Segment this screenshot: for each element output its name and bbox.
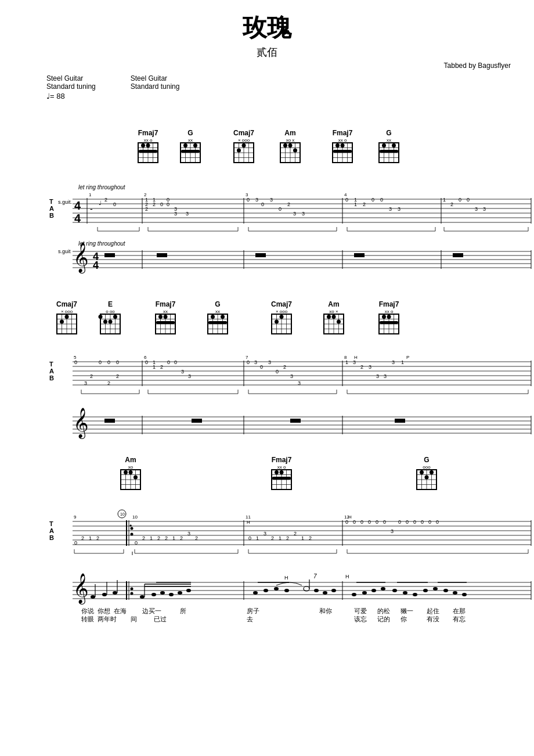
svg-point-68 [392,143,396,147]
svg-text:xx: xx [215,309,220,314]
svg-text:B: B [49,375,54,381]
svg-text:2: 2 [287,201,290,207]
svg-text:3: 3 [389,206,392,212]
svg-rect-162 [354,253,365,257]
svg-text:0: 0 [353,519,356,525]
svg-text:0: 0 [345,197,348,203]
svg-rect-246 [380,321,398,324]
instrument-2: Steel Guitar Standard tuning [131,74,180,91]
svg-text:Fmaj7: Fmaj7 [272,456,292,464]
svg-point-209 [211,315,215,319]
svg-text:2: 2 [363,201,366,207]
svg-text:xx   o: xx o [144,138,153,143]
svg-text:A: A [49,205,54,212]
svg-text:0: 0 [113,201,116,207]
std-notation-2: 𝄞 [73,408,531,440]
svg-point-221 [275,320,279,324]
svg-text:3: 3 [290,373,293,379]
svg-text:记的: 记的 [377,615,390,622]
svg-text:4: 4 [74,212,81,225]
svg-text:G: G [187,129,193,137]
svg-text:xo  ×: xo × [329,309,338,314]
svg-point-43 [283,143,287,147]
svg-text:𝄞: 𝄞 [73,573,89,605]
svg-text:1: 1 [150,535,153,541]
svg-text:Cmaj7: Cmaj7 [271,300,292,308]
svg-text:边买一: 边买一 [142,607,161,614]
svg-text:0: 0 [248,535,251,541]
svg-text:0: 0 [383,519,386,525]
instrument-info: Steel Guitar Standard tuning Steel Guita… [46,74,511,91]
svg-text:H: H [345,574,349,579]
svg-point-454 [178,591,182,595]
svg-point-197 [158,315,163,319]
svg-text:3: 3 [475,206,478,212]
svg-text:3: 3 [302,211,305,217]
svg-point-185 [103,320,107,324]
svg-point-475 [362,591,367,595]
svg-text:在海: 在海 [114,607,127,614]
svg-text:3: 3 [186,211,189,217]
svg-point-210 [221,315,225,319]
svg-text:0: 0 [398,519,401,525]
row3-chords: Am xo Fmaj7 xx o [121,456,436,489]
svg-point-445 [102,593,107,596]
svg-text:Am: Am [284,129,295,137]
svg-point-443 [91,595,95,599]
row2-chords: Cmaj7 × ooo E o oo [56,300,399,334]
svg-text:xx  o: xx o [277,465,286,470]
svg-text:1: 1 [354,201,357,207]
svg-text:3: 3 [353,359,356,365]
svg-text:0: 0 [406,519,409,525]
svg-point-198 [164,315,168,319]
svg-text:去: 去 [247,615,253,622]
svg-text:3: 3 [174,211,177,217]
svg-rect-347 [272,477,291,480]
svg-rect-163 [453,253,463,257]
svg-point-476 [371,589,376,592]
svg-text:该忘: 该忘 [354,615,367,622]
svg-text:o  oo: o oo [106,309,115,314]
chord-fmaj7-1: Fmaj7 [138,129,158,137]
svg-text:H: H [247,520,250,525]
svg-text:0: 0 [467,197,470,203]
svg-text:10: 10 [132,514,138,520]
svg-point-463 [274,587,279,591]
svg-text:间: 间 [131,615,137,622]
svg-point-486 [453,591,457,595]
svg-text:× ooo: × ooo [276,309,288,314]
svg-text:× ooo: × ooo [61,309,73,314]
svg-rect-160 [157,253,167,257]
svg-text:0: 0 [459,197,461,203]
svg-text:0: 0 [107,359,110,365]
svg-text:xo: xo [128,465,134,470]
svg-text:xx: xx [387,138,391,143]
svg-text:0: 0 [260,364,263,370]
svg-text:0: 0 [380,197,383,203]
svg-text:3: 3 [181,369,184,375]
svg-text:3: 3 [293,211,296,217]
svg-text:3: 3 [188,373,191,379]
svg-text:xx   o: xx o [338,138,347,143]
svg-point-452 [160,591,165,595]
svg-point-379 [131,533,134,536]
svg-rect-321 [192,419,202,423]
svg-text:2: 2 [294,531,297,537]
svg-text:3: 3 [298,380,301,386]
svg-text:0: 0 [360,519,363,525]
svg-text:1: 1 [345,359,348,365]
svg-text:两年时: 两年时 [98,615,117,622]
svg-point-480 [403,591,407,595]
svg-text:0: 0 [428,519,431,525]
svg-text:2: 2 [107,380,110,386]
svg-text:所: 所 [180,607,186,614]
svg-text:-: - [90,204,93,214]
svg-text:的松: 的松 [377,607,390,614]
svg-text:0: 0 [368,519,371,525]
svg-text:3: 3 [264,531,266,537]
svg-text:2: 2 [165,535,168,541]
svg-text:xx: xx [163,309,168,314]
svg-text:0: 0 [74,359,77,365]
svg-text:和你: 和你 [319,607,332,614]
svg-point-245 [387,315,391,319]
